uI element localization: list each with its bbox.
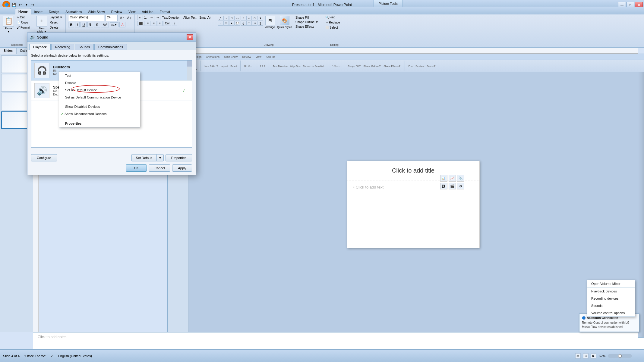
- bg-shape-effects-btn[interactable]: Shape Effects▼: [384, 65, 401, 67]
- shape-star[interactable]: ★: [229, 21, 235, 26]
- tab-addins[interactable]: Add-Ins: [139, 9, 156, 14]
- replace-btn[interactable]: ↔ Replace: [324, 20, 345, 25]
- shape-diamond[interactable]: ◇: [246, 16, 252, 20]
- vol-menu-recording[interactable]: Recording devices: [587, 295, 635, 302]
- zoom-out-btn[interactable]: −: [634, 354, 636, 358]
- bullets-btn[interactable]: ≡: [137, 15, 142, 20]
- font-size-dropdown[interactable]: 24: [106, 15, 118, 21]
- text-direction-btn[interactable]: Text Direction: [161, 15, 182, 20]
- bg-smartart-btn[interactable]: Convert to SmartArt: [303, 65, 324, 67]
- zoom-thumb[interactable]: [618, 354, 622, 358]
- col-btn[interactable]: Col: [163, 21, 171, 26]
- align-center-btn[interactable]: ≡: [145, 21, 150, 26]
- tab-home[interactable]: Home: [15, 8, 31, 14]
- shape-more[interactable]: ▼: [258, 16, 263, 20]
- shape-rect[interactable]: □: [229, 16, 235, 20]
- select-btn[interactable]: ⬜ Select -: [324, 25, 345, 30]
- bg-reset-btn[interactable]: Reset: [230, 65, 237, 67]
- ok-btn[interactable]: OK: [126, 164, 147, 172]
- arrange-btn[interactable]: ⊞ Arrange: [265, 15, 276, 29]
- bg-shape-outline-btn[interactable]: Shape Outline▼: [364, 65, 381, 67]
- tab-design[interactable]: Design: [46, 9, 62, 14]
- language-check-icon[interactable]: ✓: [51, 354, 53, 358]
- communications-tab[interactable]: Communications: [94, 44, 127, 50]
- justify-btn[interactable]: ≡: [157, 21, 163, 26]
- sounds-tab[interactable]: Sounds: [75, 44, 94, 50]
- vol-menu-volume-control[interactable]: Volume control options: [587, 309, 635, 317]
- shape-callout[interactable]: 💬: [235, 21, 240, 26]
- ctx-test[interactable]: Test: [59, 72, 140, 79]
- bg-shape-fill-btn[interactable]: Shape Fill▼: [348, 65, 361, 67]
- bg-tab-view[interactable]: View: [256, 55, 261, 58]
- bg-replace-btn[interactable]: Replace: [415, 65, 424, 67]
- slides-tab[interactable]: Slides: [0, 48, 17, 54]
- dialog-close-btn[interactable]: ✕: [187, 34, 193, 40]
- shape-equation[interactable]: ∑: [258, 21, 263, 26]
- bg-icon-chart[interactable]: 📈: [449, 175, 456, 182]
- delete-btn[interactable]: Delete: [49, 25, 64, 30]
- bg-find-btn[interactable]: Find: [409, 65, 413, 67]
- configure-btn[interactable]: Configure: [31, 154, 57, 161]
- normal-view-btn[interactable]: ▭: [575, 353, 581, 359]
- shape-rrect[interactable]: ▭: [235, 16, 240, 20]
- shape-heart[interactable]: ♡: [223, 21, 229, 26]
- ctx-set-default-comm[interactable]: Set as Default Communication Device: [59, 94, 140, 101]
- increase-indent-btn[interactable]: ⇒: [155, 15, 160, 20]
- numbering-btn[interactable]: 1.: [143, 15, 148, 20]
- bg-align-text-btn[interactable]: Align Text: [290, 65, 301, 67]
- paste-btn[interactable]: 📋 Paste ▼: [2, 15, 14, 34]
- bg-icon-picture[interactable]: 🖼: [440, 183, 447, 189]
- vol-menu-sounds[interactable]: Sounds: [587, 302, 635, 309]
- notes-area[interactable]: Click to add notes: [33, 332, 638, 349]
- copy-btn[interactable]: 📄 Copy: [16, 20, 31, 25]
- underline-btn[interactable]: U: [80, 22, 87, 27]
- ctx-properties[interactable]: Properties: [59, 120, 140, 127]
- recording-tab[interactable]: Recording: [51, 44, 74, 50]
- shape-fill-btn[interactable]: Shape Fill: [294, 16, 320, 20]
- quick-styles-btn[interactable]: 🎨 Quick Styles: [276, 15, 293, 29]
- decrease-font-btn[interactable]: A↓: [126, 16, 132, 20]
- bg-tab-addins[interactable]: Add-Ins: [266, 55, 275, 58]
- shape-line[interactable]: ╱: [218, 16, 223, 20]
- strikethrough-btn[interactable]: S̶: [87, 22, 93, 27]
- tab-review[interactable]: Review: [108, 9, 125, 14]
- bg-icon-shape[interactable]: ⚙: [457, 183, 464, 189]
- align-left-btn[interactable]: ⬛: [137, 21, 144, 26]
- shape-curve[interactable]: ⌒: [246, 21, 252, 26]
- find-btn[interactable]: 🔍 Find: [324, 15, 345, 20]
- format-painter-btn[interactable]: 🖌 Format: [16, 25, 31, 30]
- shape-triangle[interactable]: △: [241, 16, 246, 20]
- shape-flowchart[interactable]: ⊔: [252, 21, 257, 26]
- bg-icon-table[interactable]: 📊: [440, 175, 447, 182]
- bg-text-dir-btn[interactable]: Text Direction: [273, 65, 287, 67]
- bg-tab-slideshow[interactable]: Slide Show: [224, 55, 238, 58]
- tab-animations[interactable]: Animations: [62, 9, 85, 14]
- slide-sorter-btn[interactable]: ⊞: [583, 353, 589, 359]
- properties-btn[interactable]: Properties: [166, 154, 192, 161]
- reset-btn[interactable]: Reset: [49, 20, 64, 25]
- shape-arrow[interactable]: →: [223, 16, 229, 20]
- new-slide-btn[interactable]: + New Slide ▼: [36, 15, 48, 34]
- playback-tab[interactable]: Playback: [29, 44, 51, 50]
- cancel-btn[interactable]: Cancel: [149, 164, 170, 172]
- zoom-slider[interactable]: [608, 354, 632, 358]
- set-default-arrow-btn[interactable]: ▼: [156, 154, 164, 161]
- bg-tab-animations[interactable]: Animations: [206, 55, 220, 58]
- shape-outline-btn[interactable]: Shape Outline ▼: [294, 20, 320, 24]
- ctx-show-disconnected[interactable]: Show Disconnected Devices: [59, 110, 140, 118]
- align-right-btn[interactable]: ≡: [151, 21, 156, 26]
- font-name-dropdown[interactable]: Calibri (Body): [68, 15, 104, 21]
- layout-btn[interactable]: Layout ▼: [49, 15, 64, 20]
- bg-icon-media[interactable]: 🎬: [449, 183, 456, 189]
- ctx-set-default[interactable]: Set as Default Device: [59, 86, 140, 94]
- decrease-indent-btn[interactable]: ⇐: [149, 15, 154, 20]
- shape-brace[interactable]: {}: [241, 21, 246, 26]
- shadow-btn[interactable]: S: [94, 22, 100, 27]
- bg-layout-btn[interactable]: Layout: [221, 65, 228, 67]
- tab-insert[interactable]: Insert: [31, 9, 46, 14]
- bg-new-slide-btn[interactable]: New Slide ▼: [204, 65, 218, 67]
- bg-icon-clip[interactable]: 📎: [457, 175, 464, 182]
- device-list-scrollbar[interactable]: [187, 61, 192, 80]
- shape-circle[interactable]: ○: [218, 21, 223, 26]
- bg-select-btn[interactable]: Select▼: [427, 65, 436, 67]
